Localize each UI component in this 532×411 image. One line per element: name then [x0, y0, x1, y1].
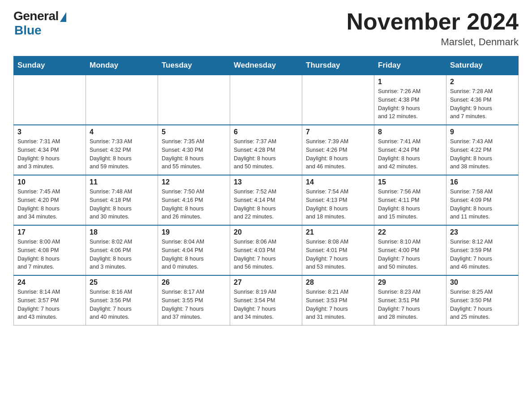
calendar-cell: 21Sunrise: 8:08 AM Sunset: 4:01 PM Dayli…: [302, 225, 374, 275]
day-number: 3: [17, 128, 82, 136]
location-text: Marslet, Denmark: [347, 36, 519, 48]
calendar-cell: 5Sunrise: 7:35 AM Sunset: 4:30 PM Daylig…: [158, 125, 230, 175]
calendar-header-tuesday: Tuesday: [158, 56, 230, 75]
calendar-week-row-3: 10Sunrise: 7:45 AM Sunset: 4:20 PM Dayli…: [14, 175, 519, 225]
day-number: 30: [450, 278, 515, 287]
calendar-cell: 26Sunrise: 8:17 AM Sunset: 3:55 PM Dayli…: [158, 275, 230, 325]
day-number: 11: [90, 178, 154, 186]
day-number: 17: [17, 228, 82, 236]
calendar-cell: [86, 75, 158, 125]
day-info: Sunrise: 7:39 AM Sunset: 4:26 PM Dayligh…: [306, 137, 370, 171]
day-info: Sunrise: 7:50 AM Sunset: 4:16 PM Dayligh…: [162, 188, 226, 221]
day-info: Sunrise: 8:14 AM Sunset: 3:57 PM Dayligh…: [17, 288, 82, 321]
calendar-cell: [302, 75, 374, 125]
day-info: Sunrise: 8:10 AM Sunset: 4:00 PM Dayligh…: [378, 238, 442, 271]
calendar-cell: 1Sunrise: 7:26 AM Sunset: 4:38 PM Daylig…: [374, 75, 446, 125]
calendar-table: SundayMondayTuesdayWednesdayThursdayFrid…: [13, 56, 519, 325]
day-info: Sunrise: 7:35 AM Sunset: 4:30 PM Dayligh…: [162, 137, 226, 171]
day-info: Sunrise: 8:19 AM Sunset: 3:54 PM Dayligh…: [234, 288, 298, 321]
day-number: 6: [234, 128, 298, 136]
calendar-header-thursday: Thursday: [302, 56, 374, 75]
calendar-cell: [230, 75, 302, 125]
day-info: Sunrise: 7:31 AM Sunset: 4:34 PM Dayligh…: [17, 137, 82, 171]
calendar-cell: 3Sunrise: 7:31 AM Sunset: 4:34 PM Daylig…: [14, 125, 86, 175]
calendar-cell: 6Sunrise: 7:37 AM Sunset: 4:28 PM Daylig…: [230, 125, 302, 175]
calendar-cell: 13Sunrise: 7:52 AM Sunset: 4:14 PM Dayli…: [230, 175, 302, 225]
day-info: Sunrise: 8:17 AM Sunset: 3:55 PM Dayligh…: [162, 288, 226, 321]
day-info: Sunrise: 8:06 AM Sunset: 4:03 PM Dayligh…: [234, 238, 298, 271]
day-info: Sunrise: 8:02 AM Sunset: 4:06 PM Dayligh…: [90, 238, 154, 271]
day-number: 25: [90, 278, 154, 287]
calendar-cell: 20Sunrise: 8:06 AM Sunset: 4:03 PM Dayli…: [230, 225, 302, 275]
day-number: 26: [162, 278, 226, 287]
calendar-cell: 16Sunrise: 7:58 AM Sunset: 4:09 PM Dayli…: [446, 175, 519, 225]
calendar-cell: 19Sunrise: 8:04 AM Sunset: 4:04 PM Dayli…: [158, 225, 230, 275]
day-info: Sunrise: 8:04 AM Sunset: 4:04 PM Dayligh…: [162, 238, 226, 271]
day-number: 18: [90, 228, 154, 236]
calendar-cell: 14Sunrise: 7:54 AM Sunset: 4:13 PM Dayli…: [302, 175, 374, 225]
calendar-header-row: SundayMondayTuesdayWednesdayThursdayFrid…: [14, 56, 519, 75]
calendar-cell: 22Sunrise: 8:10 AM Sunset: 4:00 PM Dayli…: [374, 225, 446, 275]
calendar-cell: 30Sunrise: 8:25 AM Sunset: 3:50 PM Dayli…: [446, 275, 519, 325]
day-info: Sunrise: 7:54 AM Sunset: 4:13 PM Dayligh…: [306, 188, 370, 221]
day-number: 19: [162, 228, 226, 236]
day-number: 2: [450, 78, 515, 86]
logo-general-text: General: [13, 9, 59, 23]
day-number: 15: [378, 178, 442, 186]
calendar-cell: 7Sunrise: 7:39 AM Sunset: 4:26 PM Daylig…: [302, 125, 374, 175]
calendar-cell: 8Sunrise: 7:41 AM Sunset: 4:24 PM Daylig…: [374, 125, 446, 175]
day-info: Sunrise: 7:48 AM Sunset: 4:18 PM Dayligh…: [90, 188, 154, 221]
calendar-header-friday: Friday: [374, 56, 446, 75]
calendar-cell: 2Sunrise: 7:28 AM Sunset: 4:36 PM Daylig…: [446, 75, 519, 125]
calendar-header-wednesday: Wednesday: [230, 56, 302, 75]
day-number: 8: [378, 128, 442, 136]
day-info: Sunrise: 8:00 AM Sunset: 4:08 PM Dayligh…: [17, 238, 82, 271]
day-number: 14: [306, 178, 370, 186]
calendar-header-sunday: Sunday: [14, 56, 86, 75]
calendar-cell: [158, 75, 230, 125]
day-info: Sunrise: 8:16 AM Sunset: 3:56 PM Dayligh…: [90, 288, 154, 321]
calendar-header-saturday: Saturday: [446, 56, 519, 75]
day-info: Sunrise: 7:43 AM Sunset: 4:22 PM Dayligh…: [450, 137, 515, 171]
logo-triangle-icon: [60, 12, 66, 22]
day-info: Sunrise: 7:45 AM Sunset: 4:20 PM Dayligh…: [17, 188, 82, 221]
calendar-cell: 29Sunrise: 8:23 AM Sunset: 3:51 PM Dayli…: [374, 275, 446, 325]
day-number: 1: [378, 78, 442, 86]
month-title: November 2024: [347, 9, 519, 34]
day-info: Sunrise: 7:41 AM Sunset: 4:24 PM Dayligh…: [378, 137, 442, 171]
day-number: 27: [234, 278, 298, 287]
day-number: 16: [450, 178, 515, 186]
day-number: 12: [162, 178, 226, 186]
day-number: 7: [306, 128, 370, 136]
logo-blue-text: Blue: [14, 23, 42, 38]
day-info: Sunrise: 7:28 AM Sunset: 4:36 PM Dayligh…: [450, 87, 515, 121]
calendar-cell: 17Sunrise: 8:00 AM Sunset: 4:08 PM Dayli…: [14, 225, 86, 275]
calendar-cell: 25Sunrise: 8:16 AM Sunset: 3:56 PM Dayli…: [86, 275, 158, 325]
calendar-cell: 28Sunrise: 8:21 AM Sunset: 3:53 PM Dayli…: [302, 275, 374, 325]
calendar-cell: 27Sunrise: 8:19 AM Sunset: 3:54 PM Dayli…: [230, 275, 302, 325]
day-info: Sunrise: 8:12 AM Sunset: 3:59 PM Dayligh…: [450, 238, 515, 271]
day-info: Sunrise: 8:23 AM Sunset: 3:51 PM Dayligh…: [378, 288, 442, 321]
day-number: 24: [17, 278, 82, 287]
calendar-cell: 10Sunrise: 7:45 AM Sunset: 4:20 PM Dayli…: [14, 175, 86, 225]
calendar-week-row-4: 17Sunrise: 8:00 AM Sunset: 4:08 PM Dayli…: [14, 225, 519, 275]
calendar-cell: 12Sunrise: 7:50 AM Sunset: 4:16 PM Dayli…: [158, 175, 230, 225]
day-number: 23: [450, 228, 515, 236]
calendar-header-monday: Monday: [86, 56, 158, 75]
calendar-week-row-2: 3Sunrise: 7:31 AM Sunset: 4:34 PM Daylig…: [14, 125, 519, 175]
calendar-cell: 11Sunrise: 7:48 AM Sunset: 4:18 PM Dayli…: [86, 175, 158, 225]
day-info: Sunrise: 7:56 AM Sunset: 4:11 PM Dayligh…: [378, 188, 442, 221]
day-number: 13: [234, 178, 298, 186]
day-number: 28: [306, 278, 370, 287]
logo: General Blue: [13, 9, 66, 38]
day-number: 9: [450, 128, 515, 136]
day-number: 22: [378, 228, 442, 236]
calendar-cell: 23Sunrise: 8:12 AM Sunset: 3:59 PM Dayli…: [446, 225, 519, 275]
calendar-cell: 18Sunrise: 8:02 AM Sunset: 4:06 PM Dayli…: [86, 225, 158, 275]
day-number: 10: [17, 178, 82, 186]
day-info: Sunrise: 8:25 AM Sunset: 3:50 PM Dayligh…: [450, 288, 515, 321]
day-number: 5: [162, 128, 226, 136]
day-info: Sunrise: 7:52 AM Sunset: 4:14 PM Dayligh…: [234, 188, 298, 221]
day-info: Sunrise: 7:33 AM Sunset: 4:32 PM Dayligh…: [90, 137, 154, 171]
calendar-cell: 24Sunrise: 8:14 AM Sunset: 3:57 PM Dayli…: [14, 275, 86, 325]
